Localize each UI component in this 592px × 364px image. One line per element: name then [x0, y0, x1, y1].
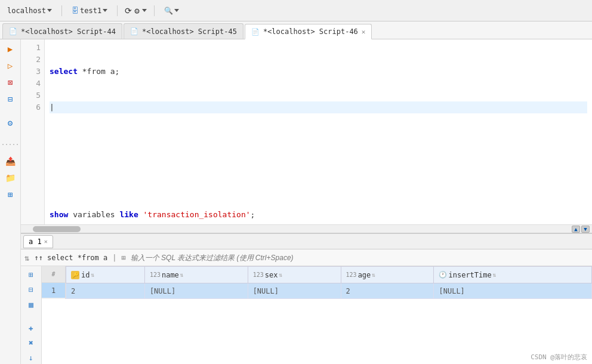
editor-area[interactable]: 1 2 3 4 5 6 select *from a; | show varia… — [21, 39, 592, 224]
cell-inserttime-1: [NULL] — [434, 283, 592, 299]
filter-input[interactable] — [131, 254, 588, 262]
line-num-1: 1 — [24, 42, 41, 54]
results-panel: a 1 ✕ ⇅ ↑↑ select *from a | ⊞ ⊞ ⊟ ▦ — [21, 233, 592, 364]
col-inserttime-sort[interactable]: ⇅ — [493, 272, 497, 278]
col-sex-sort[interactable]: ⇅ — [279, 272, 282, 278]
database-selector[interactable]: 🗄 test1 — [69, 5, 110, 16]
results-table-icon[interactable]: ▦ — [24, 298, 38, 311]
actions-dropdown-arrow[interactable] — [142, 9, 147, 12]
cell-age-1: 2 — [341, 283, 434, 299]
line-num-5: 5 — [24, 90, 41, 101]
kw-select: select — [50, 66, 78, 78]
scroll-up-arrow[interactable]: ▲ — [572, 226, 580, 233]
results-add-icon[interactable]: ✚ — [24, 321, 38, 334]
col-age-sort[interactable]: ⇅ — [372, 272, 375, 278]
results-del-icon[interactable]: ✖ — [24, 336, 38, 349]
hscroll-thumb[interactable] — [33, 226, 81, 232]
connection-selector[interactable]: localhost — [5, 5, 54, 16]
connection-label: localhost — [7, 7, 46, 15]
search-btn[interactable]: 🔍 — [162, 5, 181, 16]
refresh-icon[interactable]: ⟳ — [125, 6, 132, 16]
scroll-arrows: ▲ ▼ — [572, 226, 590, 233]
dot-menu-icon[interactable]: ····· — [3, 137, 17, 152]
table-row[interactable]: 2 [NULL] [NULL] 2 [NULL] — [66, 283, 592, 299]
table-scroll-area: # 1 🔑 id — [42, 266, 592, 364]
sidebar-file-icon[interactable]: 📁 — [3, 171, 17, 185]
code-line-4 — [50, 173, 587, 185]
code-line-3 — [50, 137, 587, 149]
data-table: 🔑 id ⇅ 123 name — [66, 266, 592, 299]
code-area[interactable]: select *from a; | show variables like 't… — [45, 39, 592, 224]
line-numbers: 1 2 3 4 5 6 — [21, 39, 45, 224]
table-with-rownums: # 1 🔑 id — [42, 266, 592, 299]
line-num-3: 3 — [24, 66, 41, 78]
tab-44-icon: 📄 — [9, 27, 17, 35]
line-num-4: 4 — [24, 78, 41, 90]
toolbar-sep-3 — [154, 5, 155, 16]
results-save-icon[interactable]: ↓ — [24, 351, 38, 364]
row-num-header: # — [42, 266, 65, 283]
result-tab-a1[interactable]: a 1 ✕ — [23, 235, 53, 248]
toolbar: localhost 🗄 test1 ⟳ ⚙ 🔍 — [0, 0, 592, 21]
col-id-label: id — [81, 271, 90, 279]
connection-dropdown-arrow — [47, 9, 52, 12]
stop-icon[interactable]: ⊠ — [3, 75, 17, 90]
results-sort-icon[interactable]: ⇅ — [24, 253, 29, 263]
format-icon[interactable]: ⊟ — [3, 92, 17, 106]
tab-46[interactable]: 📄 *<localhost> Script-46 ✕ — [245, 24, 372, 39]
str-val: 'transaction_isolation' — [143, 209, 251, 221]
col-header-name[interactable]: 123 name ⇅ — [144, 267, 248, 283]
tab-44[interactable]: 📄 *<localhost> Script-44 — [2, 23, 122, 39]
sidebar-gear-icon[interactable]: ⚙ — [3, 116, 17, 130]
col-header-age[interactable]: 123 age ⇅ — [341, 267, 434, 283]
cell-sex-1: [NULL] — [248, 283, 341, 299]
col-id-sort[interactable]: ⇅ — [91, 272, 94, 278]
run-icon[interactable]: ▶ — [3, 42, 17, 56]
line-num-6: 6 — [24, 101, 41, 113]
row-num-icon: # — [51, 271, 55, 277]
kw-like: like — [119, 209, 138, 221]
toolbar-sep-1 — [61, 5, 62, 16]
tab-46-label: *<localhost> Script-46 — [263, 27, 358, 36]
col-sex-type: 123 — [253, 272, 264, 278]
kw-show: show — [50, 209, 68, 221]
result-tab-a1-close[interactable]: ✕ — [44, 238, 48, 245]
col-header-id[interactable]: 🔑 id ⇅ — [66, 267, 145, 283]
col-name-sort[interactable]: ⇅ — [180, 272, 184, 278]
sidebar-export-icon[interactable]: 📤 — [3, 154, 17, 168]
col-name-type: 123 — [150, 272, 161, 278]
editor-container: 1 2 3 4 5 6 select *from a; | show varia… — [21, 39, 592, 364]
editor-content: 1 2 3 4 5 6 select *from a; | show varia… — [21, 39, 592, 224]
run-step-icon[interactable]: ▷ — [3, 58, 17, 73]
code-line-2: | — [50, 101, 587, 113]
attribution: CSDN @落叶的悲哀 — [531, 353, 587, 362]
toolbar-actions: ⟳ ⚙ — [125, 6, 146, 16]
results-grid-icon[interactable]: ⊞ — [24, 269, 38, 282]
tab-45-label: *<localhost> Script-45 — [142, 27, 237, 36]
sql-preview: ↑↑ select *from a — [34, 254, 107, 262]
results-toolbar-sep: | — [112, 254, 116, 262]
tab-44-label: *<localhost> Script-44 — [21, 27, 116, 36]
sidebar-table-icon[interactable]: ⊞ — [3, 187, 17, 202]
tab-46-close[interactable]: ✕ — [362, 28, 366, 36]
results-filter-icon[interactable]: ⊞ — [122, 254, 126, 262]
results-chart-icon[interactable]: ⊟ — [24, 283, 38, 297]
tab-45-icon: 📄 — [130, 27, 138, 35]
line-num-2: 2 — [24, 54, 41, 66]
database-label: test1 — [80, 7, 101, 15]
col-header-sex[interactable]: 123 sex ⇅ — [248, 267, 341, 283]
editor-hscroll[interactable]: ▲ ▼ — [21, 224, 592, 233]
row-num-1[interactable]: 1 — [42, 283, 65, 298]
col-header-inserttime[interactable]: 🕐 insertTime ⇅ — [434, 267, 592, 283]
cell-name-1: [NULL] — [144, 283, 248, 299]
code-line-1: select *from a; — [50, 66, 587, 78]
main-layout: ▶ ▷ ⊠ ⊟ ⚙ ····· 📤 📁 ⊞ 1 2 3 4 5 6 — [0, 39, 592, 364]
settings-icon[interactable]: ⚙ — [134, 6, 139, 16]
toolbar-sep-2 — [117, 5, 118, 16]
col-age-type: 123 — [346, 272, 357, 278]
col-name-label: name — [162, 271, 179, 279]
col-sex-label: sex — [265, 271, 278, 279]
scroll-down-arrow[interactable]: ▼ — [581, 226, 590, 233]
tab-45[interactable]: 📄 *<localhost> Script-45 — [124, 23, 243, 39]
tab-46-icon: 📄 — [251, 28, 260, 36]
